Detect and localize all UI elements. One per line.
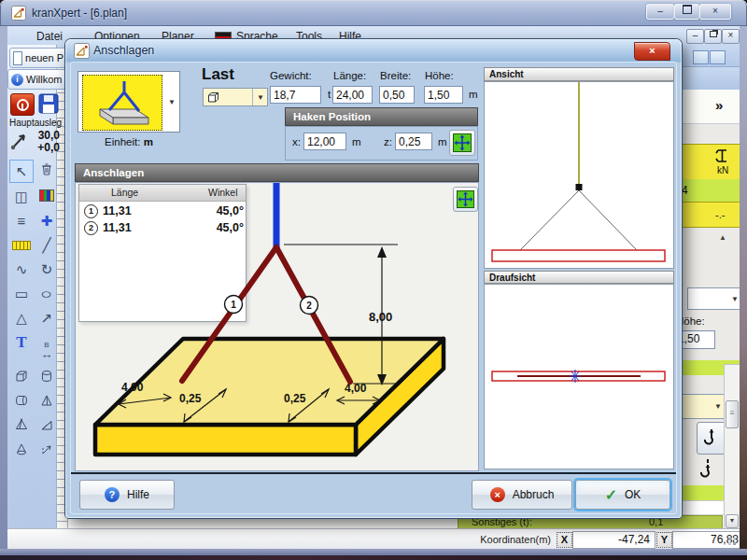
cube-icon xyxy=(14,369,29,384)
move-tool[interactable]: ✚ xyxy=(35,209,59,232)
palette-icon xyxy=(39,189,54,202)
haken-center-button[interactable] xyxy=(449,130,475,156)
combo-arrow-icon[interactable]: ▼ xyxy=(168,98,176,106)
rectangle-icon: ▭ xyxy=(15,287,28,301)
gewicht-input[interactable] xyxy=(270,86,321,104)
rigging-diagram: 8,00 4,00 0,25 0,25 4,00 xyxy=(80,183,477,470)
haken-z-unit: m xyxy=(438,136,447,147)
dialog-close-button[interactable]: × xyxy=(634,42,670,61)
haken-x-label: x: xyxy=(292,136,301,147)
value-cell-green: 4 xyxy=(674,179,740,203)
maximize-button[interactable] xyxy=(674,4,699,20)
sling-type-preview xyxy=(82,75,162,131)
hook-mode-dropdown[interactable]: ▼ xyxy=(674,394,725,419)
button-bar-divider xyxy=(71,472,676,474)
right-scrollbar[interactable]: ≡ ▼ xyxy=(724,364,740,530)
haken-x-input[interactable] xyxy=(303,133,346,150)
value-cell-dash: -.- xyxy=(674,202,740,228)
check-icon: ✓ xyxy=(605,486,617,504)
polyline-tool[interactable]: ∿ xyxy=(9,258,34,281)
mdi-minimize-button[interactable]: – xyxy=(686,29,704,44)
text-tool[interactable]: T xyxy=(9,330,34,354)
arrow-tool[interactable]: ↗ xyxy=(35,306,59,329)
dashed-arrow-icon xyxy=(39,441,54,456)
copy-tool[interactable]: ◫ xyxy=(9,185,34,208)
minimize-button[interactable]: – xyxy=(646,4,674,20)
freeline-tool[interactable] xyxy=(35,437,59,460)
sling-type-combo[interactable]: ▼ xyxy=(78,71,180,133)
ansicht-view xyxy=(484,81,674,269)
triangle-tool[interactable]: △ xyxy=(9,306,34,329)
gewicht-unit: t xyxy=(328,89,331,100)
coords-label: Koordinaten(m) xyxy=(458,534,551,545)
window-titlebar[interactable]: kranXpert - [6.plan] – × xyxy=(0,0,747,26)
delete-tool[interactable] xyxy=(35,157,59,180)
pyramid2-tool[interactable] xyxy=(9,413,34,436)
new-plan-button[interactable]: neuen P xyxy=(9,48,67,68)
einheit-row: Einheit: m xyxy=(78,136,180,147)
line-tool[interactable]: ╱ xyxy=(35,233,59,257)
hoehe-label: Höhe: xyxy=(425,70,454,81)
rotate-tool[interactable]: ↻ xyxy=(35,258,59,281)
arrow-icon: ↗ xyxy=(41,311,53,325)
power-icon xyxy=(17,99,29,111)
close-button[interactable]: × xyxy=(699,4,731,20)
welcome-label: Willkom xyxy=(26,74,63,85)
sling-1-badge: 1 xyxy=(231,300,236,310)
scrollbar-down-button[interactable]: ▼ xyxy=(726,514,739,528)
close-icon: × xyxy=(649,45,655,56)
dropdown-arrow-icon: ▼ xyxy=(714,402,722,411)
green-cell-value: 4 xyxy=(682,184,688,197)
cone-tool[interactable] xyxy=(9,437,34,460)
power-button[interactable] xyxy=(10,93,35,116)
maximize-icon xyxy=(683,5,692,14)
welcome-button[interactable]: i Willkom xyxy=(7,69,67,90)
hoehe-input[interactable] xyxy=(424,86,463,104)
measure-tool[interactable] xyxy=(9,233,34,257)
collapse-arrow[interactable]: ▲ xyxy=(719,233,726,242)
wedge-icon xyxy=(39,417,54,432)
window-border-bottom[interactable] xyxy=(0,549,747,555)
abbruch-button[interactable]: × Abbruch xyxy=(472,480,572,510)
scrollbar-thumb[interactable]: ≡ xyxy=(726,400,739,428)
hook-button[interactable] xyxy=(697,422,726,455)
save-icon[interactable] xyxy=(38,93,59,114)
text-icon: T xyxy=(16,334,26,350)
rigging-draw-area[interactable]: Länge Winkel 1 11,31 45,0° 2 11,31 45,0° xyxy=(75,182,479,471)
load-shape-combo[interactable]: ▼ xyxy=(203,88,268,106)
color-tool[interactable] xyxy=(35,184,59,207)
triangle-icon: △ xyxy=(16,311,27,325)
hilfe-label: Hilfe xyxy=(127,488,149,501)
crane-select-dropdown[interactable]: ▼ xyxy=(687,287,741,310)
wedge-tool[interactable] xyxy=(35,413,59,436)
layers-tool[interactable]: ≡ xyxy=(9,209,34,232)
haken-x-unit: m xyxy=(352,136,361,147)
cube-tool[interactable] xyxy=(9,364,34,387)
breite-input[interactable] xyxy=(379,86,415,104)
window-tile-icon[interactable] xyxy=(710,50,726,64)
document-icon xyxy=(13,51,22,65)
rectangle-tool[interactable]: ▭ xyxy=(9,282,34,305)
cylinder-h-tool[interactable] xyxy=(9,388,34,412)
select-tool[interactable]: ↖ xyxy=(9,160,34,183)
resize-grip[interactable] xyxy=(728,538,731,540)
haken-z-input[interactable] xyxy=(395,133,432,150)
window-cascade-icon[interactable] xyxy=(693,50,709,64)
boom-angle-icon xyxy=(9,129,28,151)
menu-datei[interactable]: Datei xyxy=(34,30,65,44)
ellipse-tool[interactable]: ○ xyxy=(35,282,59,305)
ellipse-icon: ○ xyxy=(40,287,52,301)
dialog-icon xyxy=(74,43,90,59)
dimension-tool[interactable]: B↔ xyxy=(35,340,59,363)
crane-hook2-icon[interactable] xyxy=(700,457,715,483)
ok-button[interactable]: ✓ OK xyxy=(575,480,670,510)
hauptausleger-label: Hauptauslege xyxy=(9,118,62,128)
mdi-close-button[interactable]: × xyxy=(722,29,740,44)
laenge-input[interactable] xyxy=(332,86,373,104)
window-border-right xyxy=(740,26,747,554)
cylinder-tool[interactable] xyxy=(35,364,59,387)
hilfe-button[interactable]: ? Hilfe xyxy=(79,480,175,510)
pyramid-tool[interactable] xyxy=(35,388,59,412)
mdi-restore-button[interactable] xyxy=(704,29,722,44)
expand-chevron-button[interactable]: » xyxy=(715,97,723,113)
